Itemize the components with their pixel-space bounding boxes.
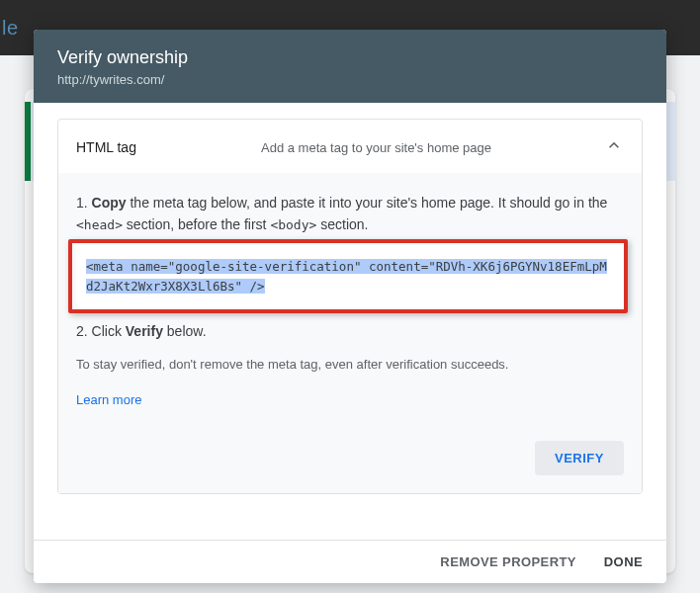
meta-tag-code: <meta name="google-site-verification" co… [86, 259, 607, 293]
html-tag-panel: HTML tag Add a meta tag to your site's h… [57, 119, 643, 494]
learn-more-link[interactable]: Learn more [76, 390, 141, 410]
head-tag-code: <head> [76, 217, 123, 232]
verify-ownership-modal: Verify ownership http://tywrites.com/ HT… [34, 30, 666, 583]
step1-text-b: section, before the first [123, 216, 270, 232]
modal-body[interactable]: HTML tag Add a meta tag to your site's h… [34, 103, 666, 540]
step-2: 2. Click Verify below. [76, 321, 624, 343]
panel-name: HTML tag [76, 139, 249, 155]
meta-tag-code-box[interactable]: <meta name="google-site-verification" co… [76, 245, 624, 307]
modal-subtitle: http://tywrites.com/ [57, 72, 643, 87]
panel-header[interactable]: HTML tag Add a meta tag to your site's h… [58, 120, 642, 173]
step1-prefix: 1. [76, 195, 92, 211]
verify-button[interactable]: VERIFY [535, 441, 624, 475]
modal-footer: REMOVE PROPERTY DONE [34, 540, 666, 583]
step1-strong: Copy [92, 195, 127, 211]
step2-text: below. [163, 323, 207, 339]
step2-strong: Verify [126, 323, 163, 339]
modal-header: Verify ownership http://tywrites.com/ [34, 30, 666, 103]
step1-text-c: section. [316, 216, 368, 232]
step-1: 1. Copy the meta tag below, and paste it… [76, 193, 624, 235]
step1-text-a: the meta tag below, and paste it into yo… [127, 195, 608, 211]
meta-tag-code-wrap: <meta name="google-site-verification" co… [76, 245, 624, 307]
logo-fragment: le [0, 17, 19, 39]
persistence-note: To stay verified, don't remove the meta … [76, 355, 624, 375]
remove-property-button[interactable]: REMOVE PROPERTY [440, 554, 575, 569]
panel-actions: VERIFY [76, 441, 624, 475]
done-button[interactable]: DONE [604, 554, 643, 569]
step2-prefix: 2. Click [76, 323, 126, 339]
body-tag-code: <body> [270, 217, 316, 232]
modal-title: Verify ownership [57, 47, 643, 68]
panel-description: Add a meta tag to your site's home page [261, 140, 592, 155]
chevron-up-icon [604, 135, 624, 159]
panel-body: 1. Copy the meta tag below, and paste it… [58, 173, 642, 493]
